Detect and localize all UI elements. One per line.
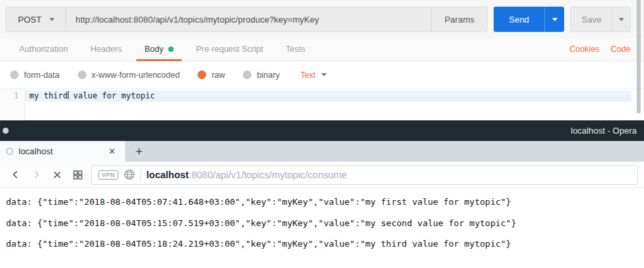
mode-x-www-form-urlencoded[interactable]: x-www-form-urlencoded [78, 70, 180, 80]
opera-navbar: VPN localhost:8080/api/v1/topics/mytopic… [0, 162, 644, 188]
address-bar[interactable]: VPN localhost:8080/api/v1/topics/mytopic… [91, 165, 638, 185]
tab-pre-request-script[interactable]: Pre-request Script [185, 38, 275, 61]
chevron-left-icon [11, 170, 21, 180]
mode-form-data[interactable]: form-data [10, 70, 60, 80]
save-button[interactable]: Save [571, 7, 612, 31]
url-group: POST http://localhost:8080/api/v1/topics… [5, 7, 488, 32]
new-tab-button[interactable]: + [125, 141, 153, 162]
speed-dial-button[interactable] [67, 165, 88, 185]
close-icon [53, 170, 62, 180]
page-content: data: {"time":"2018-08-04T05:07:41.648+0… [0, 188, 644, 255]
mode-binary[interactable]: binary [243, 70, 279, 80]
mode-label: form-data [24, 70, 60, 80]
window-control-dot[interactable] [3, 128, 9, 134]
tab-body[interactable]: Body [133, 38, 185, 61]
method-dropdown[interactable]: POST [6, 7, 65, 31]
mode-label: raw [212, 70, 225, 80]
url-text[interactable]: localhost:8080/api/v1/topics/mytopic/con… [146, 170, 347, 180]
favicon-ring-icon [6, 148, 13, 155]
tab-label: Tests [285, 45, 305, 54]
opera-window: localhost - Opera localhost ✕ + VPN loca… [0, 120, 644, 255]
vpn-badge[interactable]: VPN [98, 170, 118, 180]
tab-label: Authorization [19, 45, 68, 54]
tab-tests[interactable]: Tests [274, 38, 316, 61]
tab-title: localhost [19, 146, 102, 156]
radio-icon [243, 70, 251, 79]
window-title: localhost - Opera [571, 126, 644, 136]
body-type-label: Text [300, 70, 315, 80]
chevron-right-icon [31, 170, 41, 180]
sse-data-line: data: {"time":"2018-08-04T05:15:07.519+0… [6, 213, 644, 234]
tab-headers[interactable]: Headers [79, 38, 133, 61]
save-options-button[interactable] [612, 7, 630, 31]
save-group: Save [570, 7, 631, 32]
sse-data-line: data: {"time":"2018-08-04T05:18:24.219+0… [6, 233, 644, 255]
url-path: :8080/api/v1/topics/mytopic/consume [189, 170, 347, 180]
request-links: Cookies Code [569, 38, 636, 61]
radio-icon [78, 70, 86, 79]
body-type-dropdown[interactable]: Text [300, 70, 327, 80]
send-button[interactable]: Send [494, 7, 544, 32]
line-number: 1 [0, 90, 19, 102]
editor-text-after-cursor: value for mytopic [69, 91, 155, 100]
scrollbar[interactable] [637, 0, 641, 113]
mode-raw[interactable]: raw [198, 70, 225, 80]
method-label: POST [18, 15, 41, 25]
radio-selected-icon [198, 70, 206, 79]
body-mode-selector: form-data x-www-form-urlencoded raw bina… [0, 61, 644, 88]
send-group: Send [494, 7, 564, 32]
opera-tabbar: localhost ✕ + [0, 141, 644, 162]
body-editor[interactable]: 1 my third value for mytopic [0, 88, 644, 120]
postman-window: POST http://localhost:8080/api/v1/topics… [0, 0, 644, 120]
params-button[interactable]: Params [432, 7, 487, 31]
mode-label: x-www-form-urlencoded [92, 70, 180, 80]
editor-code-area[interactable]: my third value for mytopic [25, 89, 644, 120]
request-tabs: Authorization Headers Body Pre-request S… [0, 38, 644, 61]
editor-gutter: 1 [0, 89, 25, 120]
radio-icon [10, 70, 19, 79]
editor-text-before-cursor: my third [29, 91, 68, 100]
sse-data-line: data: {"time":"2018-08-04T05:07:41.648+0… [6, 192, 644, 213]
divider [140, 169, 141, 181]
code-link[interactable]: Code [611, 45, 631, 54]
chevron-down-icon [321, 73, 327, 76]
chevron-down-icon [552, 18, 558, 21]
grid-icon [73, 170, 83, 180]
body-content-indicator-dot [168, 47, 174, 52]
mode-label: binary [257, 70, 279, 80]
request-bar: POST http://localhost:8080/api/v1/topics… [0, 0, 644, 38]
editor-active-line[interactable]: my third value for mytopic [25, 90, 631, 102]
tab-label: Body [144, 45, 164, 54]
tab-close-icon[interactable]: ✕ [107, 146, 117, 157]
chevron-down-icon [619, 18, 624, 21]
opera-titlebar: localhost - Opera [0, 120, 644, 141]
request-url-input[interactable]: http://localhost:8080/api/v1/topics/myto… [66, 7, 431, 31]
forward-button[interactable] [26, 165, 47, 185]
url-host: localhost [146, 170, 189, 180]
chevron-down-icon [49, 18, 55, 21]
cookies-link[interactable]: Cookies [569, 45, 599, 54]
tab-label: Headers [90, 45, 122, 54]
send-options-button[interactable] [544, 7, 564, 32]
browser-tab-localhost[interactable]: localhost ✕ [0, 141, 125, 162]
stop-reload-button[interactable] [47, 165, 67, 185]
tab-label: Pre-request Script [196, 45, 263, 54]
globe-icon[interactable] [124, 169, 135, 180]
tab-authorization[interactable]: Authorization [8, 38, 79, 61]
back-button[interactable] [5, 165, 26, 185]
